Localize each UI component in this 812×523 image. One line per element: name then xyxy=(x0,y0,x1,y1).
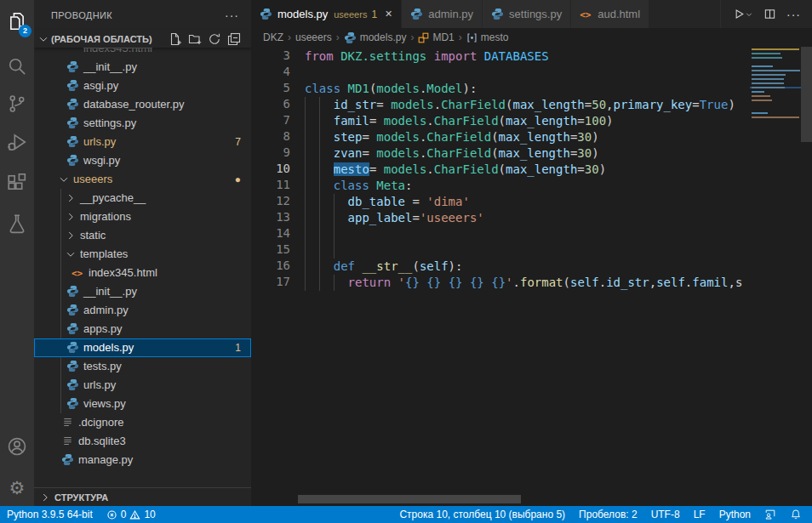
field-symbol-icon xyxy=(466,32,477,43)
activitybar-item-extensions[interactable] xyxy=(0,164,34,202)
tree-item-templates[interactable]: templates xyxy=(34,245,251,264)
split-editor-button[interactable] xyxy=(763,8,776,20)
status-cursor-position[interactable]: Строка 10, столбец 10 (выбрано 5) xyxy=(392,506,572,523)
chevron-right-icon xyxy=(65,192,77,204)
tab-close-icon[interactable]: ✕ xyxy=(385,9,392,20)
tree-item-database_roouter.py[interactable]: database_roouter.py xyxy=(34,95,251,114)
tab-label: settings.py xyxy=(509,8,562,20)
tree-item-__pycache__[interactable]: __pycache__ xyxy=(34,189,251,207)
indent-guide xyxy=(334,210,335,226)
tab-admin.py[interactable]: admin.py xyxy=(402,0,483,28)
tree-item-tests.py[interactable]: tests.py xyxy=(34,357,251,376)
tree-item-index345.html[interactable]: <>index345.html xyxy=(34,264,251,282)
minimap-line xyxy=(750,87,801,88)
tree-item-db.sqlite3[interactable]: db.sqlite3 xyxy=(34,432,251,451)
tree-item-asgi.py[interactable]: asgi.py xyxy=(34,77,251,95)
tree-item-models.py[interactable]: models.py1 xyxy=(34,338,251,357)
tree-item-__init__.py[interactable]: __init__.py xyxy=(34,58,251,77)
minimap-line xyxy=(750,99,801,101)
code-editor[interactable]: 34567891011121314151617 from DKZ.setting… xyxy=(251,47,812,506)
activitybar-item-search[interactable] xyxy=(0,48,34,85)
status-eol[interactable]: LF xyxy=(687,506,712,523)
minimap[interactable] xyxy=(750,48,801,176)
tree-item-urls.py[interactable]: urls.py7 xyxy=(34,133,251,151)
python-file-icon xyxy=(66,341,80,355)
status-indentation[interactable]: Пробелов: 2 xyxy=(572,506,644,523)
tree-item-static[interactable]: static xyxy=(34,226,251,245)
tree-item-label: tests.py xyxy=(83,357,122,376)
status-python-interpreter[interactable]: Python 3.9.5 64-bit xyxy=(0,506,100,523)
workspace-section-header[interactable]: (РАБОЧАЯ ОБЛАСТЬ) ... xyxy=(34,30,251,48)
breadcrumb-item-mesto[interactable]: mesto xyxy=(466,31,509,43)
tree-item-apps.py[interactable]: apps.py xyxy=(34,320,251,338)
activitybar-item-source-control[interactable] xyxy=(0,85,34,122)
gear-icon: ⚙ xyxy=(9,479,26,497)
tree-item-.dcignore[interactable]: .dcignore xyxy=(34,413,251,432)
tree-item-urls.py[interactable]: urls.py xyxy=(34,376,251,395)
minimap-code-bar xyxy=(752,74,786,76)
status-problems[interactable]: 010 xyxy=(100,506,163,523)
tab-settings.py[interactable]: settings.py xyxy=(483,0,571,28)
status-encoding[interactable]: UTF-8 xyxy=(644,506,687,523)
vertical-scrollbar[interactable] xyxy=(801,47,812,142)
status-bell-icon[interactable] xyxy=(783,506,812,523)
breadcrumb-item-MD1[interactable]: MD1 xyxy=(418,31,454,43)
tab-models.py[interactable]: models.pyuseeers1✕ xyxy=(251,0,402,28)
explorer-more-actions-icon[interactable]: ··· xyxy=(225,9,239,22)
new-folder-icon[interactable] xyxy=(188,32,202,46)
minimap-line xyxy=(750,65,801,67)
activitybar-item-account[interactable] xyxy=(0,428,34,465)
error-icon xyxy=(106,509,117,520)
code-text: return '{} {} {} {} {}'.format(self.id_s… xyxy=(305,276,742,289)
explorer-title: ПРОВОДНИК xyxy=(51,10,112,20)
minimap-line xyxy=(750,53,801,54)
minimap-line xyxy=(750,74,801,76)
python-file-icon xyxy=(410,8,423,20)
activitybar-item-run-and-debug[interactable] xyxy=(0,123,34,161)
code-line-7: famil= models.CharField(max_length=100) xyxy=(305,113,747,129)
indent-guide xyxy=(319,210,320,226)
tree-item-settings.py[interactable]: settings.py xyxy=(34,114,251,133)
python-file-icon xyxy=(66,378,80,392)
activitybar-item-testing[interactable] xyxy=(0,205,34,242)
python-file-icon xyxy=(66,360,80,373)
tree-item-label: urls.py xyxy=(83,133,116,151)
breadcrumb-item-useeers[interactable]: useeers xyxy=(295,31,332,43)
tree-item-__init__.py[interactable]: __init__.py xyxy=(34,282,251,301)
html-file-icon: <> xyxy=(71,266,85,280)
python-file-icon xyxy=(66,304,80,317)
status-feedback-icon[interactable] xyxy=(758,506,783,523)
code-line-11: class Meta: xyxy=(305,178,747,194)
tab-aud.html[interactable]: <>aud.html xyxy=(571,0,649,28)
code-text: from DKZ.settings import DATABASES xyxy=(305,49,549,63)
horizontal-scrollbar[interactable] xyxy=(298,495,521,503)
new-file-icon[interactable] xyxy=(169,32,182,46)
refresh-icon[interactable] xyxy=(208,32,221,46)
editor-more-actions-icon[interactable]: ··· xyxy=(786,8,801,21)
breadcrumb-item-DKZ[interactable]: DKZ xyxy=(263,31,283,43)
code-line-4 xyxy=(305,65,747,81)
line-number-14: 14 xyxy=(251,226,290,242)
tree-item-admin.py[interactable]: admin.py xyxy=(34,301,251,320)
activitybar-item-settings[interactable]: ⚙ xyxy=(0,469,34,506)
status-language-mode[interactable]: Python xyxy=(712,506,758,523)
activitybar-item-explorer[interactable]: 2 xyxy=(0,3,34,40)
chevron-down-icon xyxy=(58,173,70,185)
tree-item-views.py[interactable]: views.py xyxy=(34,395,251,413)
status-right-group: Строка 10, столбец 10 (выбрано 5)Пробело… xyxy=(392,506,812,523)
tree-item-index345.html[interactable]: index345.html xyxy=(34,48,251,58)
collapse-all-icon[interactable] xyxy=(227,32,241,46)
tree-item-manage.py[interactable]: manage.py xyxy=(34,451,251,469)
code-text: app_label='useeers' xyxy=(305,211,484,225)
outline-section-header[interactable]: СТРУКТУРА xyxy=(34,487,251,506)
tree-item-migrations[interactable]: migrations xyxy=(34,207,251,226)
indent-guide xyxy=(319,162,320,178)
breadcrumb-label: mesto xyxy=(481,31,509,43)
tab-bar: models.pyuseeers1✕admin.pysettings.py<>a… xyxy=(251,0,812,28)
tree-item-wsgi.py[interactable]: wsgi.py xyxy=(34,151,251,170)
run-button[interactable] xyxy=(732,8,753,20)
workspace-section-actions xyxy=(169,32,251,46)
account-icon xyxy=(7,436,27,457)
tree-item-useeers[interactable]: useeers● xyxy=(34,170,251,189)
breadcrumb-item-models.py[interactable]: models.py xyxy=(344,31,407,44)
